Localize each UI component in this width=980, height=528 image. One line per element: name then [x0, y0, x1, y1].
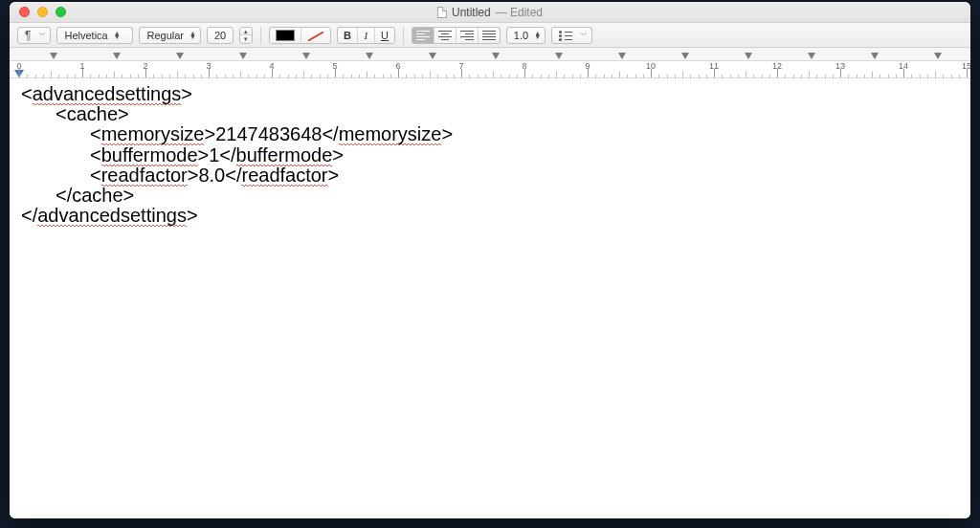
text-line[interactable]: <readfactor>8.0</readfactor> — [21, 165, 959, 186]
ruler-tick — [82, 69, 83, 77]
textedit-window: Untitled — Edited ¶ ﹀ Helvetica Regular … — [10, 2, 970, 518]
tab-stop-marker[interactable] — [239, 53, 247, 59]
ruler-tick — [690, 75, 691, 77]
ruler-tick — [19, 69, 20, 77]
text-line[interactable]: <buffermode>1</buffermode> — [21, 145, 959, 165]
ruler-tick — [517, 75, 518, 77]
ruler-tick — [75, 75, 76, 77]
minimize-button[interactable] — [37, 7, 48, 17]
text-editor-area[interactable]: <advancedsettings><cache><memorysize>214… — [10, 78, 970, 518]
tab-stop-marker[interactable] — [366, 53, 373, 59]
ruler-tick — [920, 75, 921, 77]
ruler-tick — [374, 75, 375, 77]
color-swatch-icon — [276, 30, 295, 41]
tab-stop-marker[interactable] — [871, 53, 879, 59]
ruler-tick — [935, 72, 936, 77]
italic-button[interactable]: I — [358, 28, 375, 43]
tab-stop-marker[interactable] — [555, 53, 563, 59]
alignment-group — [412, 27, 501, 44]
align-left-button[interactable] — [412, 28, 434, 43]
ruler-tick — [469, 75, 470, 77]
line-spacing-value: 1.0 — [514, 30, 528, 41]
ruler-tick — [122, 75, 122, 77]
ruler-tick — [762, 75, 763, 77]
ruler-tick — [541, 75, 542, 77]
ruler-tick — [272, 69, 273, 77]
font-size-field[interactable]: 20 — [207, 27, 234, 44]
zoom-button[interactable] — [56, 7, 66, 17]
ruler-tick — [58, 75, 59, 77]
ruler-tick — [279, 75, 280, 77]
bold-button[interactable]: B — [338, 28, 358, 43]
tab-stop-marker[interactable] — [745, 53, 752, 59]
tab-stop-marker[interactable] — [492, 53, 500, 59]
text-line[interactable]: </advancedsettings> — [21, 206, 959, 226]
ruler-tick — [185, 75, 186, 77]
ruler-tick — [461, 69, 462, 77]
tab-stop-marker[interactable] — [808, 53, 815, 59]
ruler-tick — [840, 69, 841, 77]
ruler-tick — [130, 75, 131, 77]
line-spacing-select[interactable]: 1.0 — [506, 27, 546, 44]
stepper-up-icon[interactable]: ▴ — [240, 28, 252, 35]
ruler-tick — [153, 75, 154, 77]
stepper-down-icon[interactable]: ▾ — [240, 35, 252, 43]
ruler-tick — [169, 75, 170, 77]
ruler-tick — [888, 75, 889, 77]
ruler-tick — [138, 75, 139, 77]
ruler-tick — [430, 72, 431, 77]
font-style-group: B I U — [337, 27, 395, 44]
font-size-stepper[interactable]: ▴ ▾ — [239, 27, 253, 44]
list-style-select[interactable]: ﹀ — [551, 27, 592, 44]
ruler-tick — [256, 75, 257, 77]
ruler-tick — [825, 75, 826, 77]
align-center-button[interactable] — [434, 28, 457, 43]
align-justify-button[interactable] — [479, 28, 500, 43]
tab-stop-marker[interactable] — [681, 53, 689, 59]
list-icon — [559, 31, 572, 40]
underline-button[interactable]: U — [375, 28, 394, 43]
tab-stop-marker[interactable] — [302, 53, 310, 59]
highlight-color-button[interactable] — [301, 28, 330, 43]
font-style-select[interactable]: Regular — [139, 27, 200, 44]
spellcheck-underline: memorysize — [339, 123, 442, 145]
ruler-tick — [927, 75, 928, 77]
font-style-value: Regular — [146, 30, 184, 41]
tab-stop-marker[interactable] — [176, 53, 184, 59]
ruler-tick — [556, 72, 557, 77]
text-line[interactable]: <advancedsettings> — [21, 84, 959, 104]
ruler-tick — [595, 75, 596, 77]
ruler-tick — [588, 69, 589, 77]
spellcheck-underline: memorysize — [101, 123, 205, 145]
text-line[interactable]: <cache> — [21, 104, 959, 124]
ruler-tick — [627, 75, 628, 77]
tab-stop-marker[interactable] — [113, 53, 121, 59]
tab-stop-marker[interactable] — [50, 53, 57, 59]
tab-stop-strip[interactable] — [10, 48, 970, 61]
tab-stop-marker[interactable] — [618, 53, 626, 59]
toolbar-divider — [260, 27, 261, 44]
ruler-tick — [524, 69, 525, 77]
ruler-tick — [777, 69, 778, 77]
tab-stop-marker[interactable] — [934, 53, 942, 59]
spellcheck-underline: buffermode — [101, 144, 198, 166]
text-color-button[interactable] — [270, 28, 301, 43]
close-button[interactable] — [19, 7, 30, 17]
ruler-tick — [746, 72, 746, 77]
ruler-tick — [446, 75, 447, 77]
ruler-tick — [343, 75, 344, 77]
spellcheck-underline: readfactor — [101, 165, 188, 187]
font-family-select[interactable]: Helvetica — [56, 27, 133, 44]
align-right-icon — [460, 31, 474, 40]
ruler-tick — [967, 69, 968, 77]
horizontal-ruler[interactable]: 0123456789101112131415 — [10, 61, 970, 78]
align-right-button[interactable] — [457, 28, 479, 43]
ruler-tick — [619, 72, 620, 77]
ruler-tick — [485, 75, 486, 77]
ruler-tick — [406, 75, 407, 77]
paragraph-style-select[interactable]: ¶ ﹀ — [17, 27, 51, 44]
text-line[interactable]: <memorysize>2147483648</memorysize> — [21, 124, 959, 144]
tab-stop-marker[interactable] — [429, 53, 436, 59]
document-filename[interactable]: Untitled — [452, 6, 491, 19]
text-line[interactable]: </cache> — [21, 186, 959, 206]
